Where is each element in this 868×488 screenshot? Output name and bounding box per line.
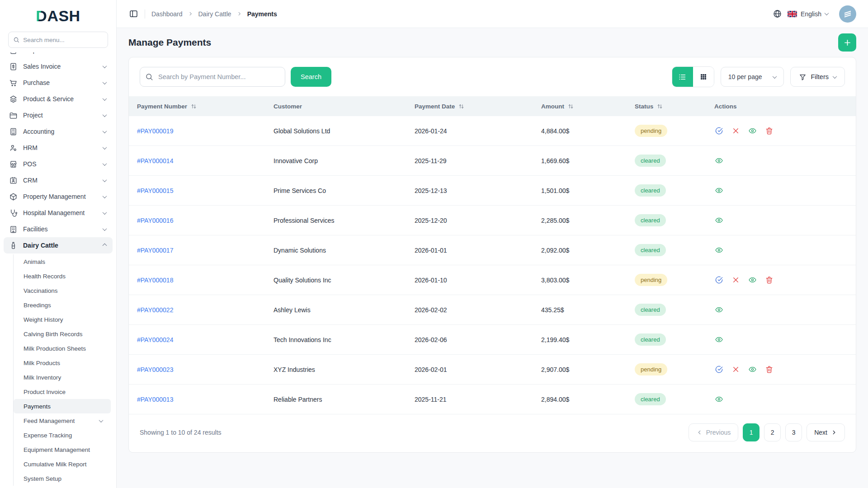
sidebar-item-dairy-cattle[interactable]: Dairy Cattle xyxy=(4,237,113,253)
status-badge: pending xyxy=(635,363,667,375)
sort-icon[interactable] xyxy=(567,103,574,110)
page-button-2[interactable]: 2 xyxy=(764,423,781,441)
row-actions xyxy=(714,116,856,145)
sidebar-item-sales-invoice[interactable]: Sales Invoice xyxy=(4,58,113,75)
payment-number-link[interactable]: #PAY000018 xyxy=(137,277,173,284)
per-page-select[interactable]: 10 per page xyxy=(721,67,784,87)
sidebar-search-input[interactable] xyxy=(23,37,103,43)
delete-button[interactable] xyxy=(764,127,774,136)
sidebar-item-facilities[interactable]: Facilities xyxy=(4,221,113,237)
circle-check-icon xyxy=(715,276,723,284)
payment-number-link[interactable]: #PAY000014 xyxy=(137,157,173,164)
sidebar-subitem-label: Health Records xyxy=(24,273,66,280)
sidebar-toggle-icon[interactable] xyxy=(128,9,138,19)
grid-view-button[interactable] xyxy=(693,67,714,87)
add-payment-button[interactable] xyxy=(838,33,856,52)
list-icon xyxy=(678,73,687,81)
view-button[interactable] xyxy=(714,395,723,404)
language-label: English xyxy=(801,10,821,18)
view-button[interactable] xyxy=(714,335,723,344)
sidebar-item-hospital-management[interactable]: Hospital Management xyxy=(4,205,113,221)
sidebar-item-proposal[interactable]: Proposal xyxy=(4,52,113,58)
sidebar-subitem-milk-production-sheets[interactable]: Milk Production Sheets xyxy=(14,341,111,356)
approve-button[interactable] xyxy=(714,365,723,374)
view-button[interactable] xyxy=(714,156,723,165)
sidebar-item-label: Purchase xyxy=(23,79,50,86)
view-button[interactable] xyxy=(714,246,723,255)
view-button[interactable] xyxy=(714,216,723,225)
view-button[interactable] xyxy=(748,276,757,285)
sidebar-subitem-vaccinations[interactable]: Vaccinations xyxy=(14,283,111,298)
page-button-3[interactable]: 3 xyxy=(785,423,802,441)
sidebar-subitem-breedings[interactable]: Breedings xyxy=(14,298,111,312)
payment-number-link[interactable]: #PAY000024 xyxy=(137,336,173,343)
sidebar-subitem-feed-management[interactable]: Feed Management xyxy=(14,413,111,428)
payment-number-link[interactable]: #PAY000013 xyxy=(137,396,173,403)
sidebar-subitem-payments[interactable]: Payments xyxy=(14,399,111,413)
sidebar-subitem-animals[interactable]: Animals xyxy=(14,254,111,269)
view-button[interactable] xyxy=(748,127,757,136)
avatar[interactable] xyxy=(839,5,856,23)
sidebar: DASH ProposalSales InvoicePurchaseProduc… xyxy=(0,0,117,488)
sort-icon[interactable] xyxy=(458,103,465,110)
sidebar-subitem-product-invoice[interactable]: Product Invoice xyxy=(14,385,111,399)
delete-button[interactable] xyxy=(764,276,774,285)
sidebar-subitem-weight-history[interactable]: Weight History xyxy=(14,312,111,327)
sidebar-item-property-management[interactable]: Property Management xyxy=(4,188,113,205)
view-button[interactable] xyxy=(714,305,723,314)
sidebar-subitem-expense-tracking[interactable]: Expense Tracking xyxy=(14,428,111,442)
table-row: #PAY000022Ashley Lewis2026-02-02435.25$c… xyxy=(129,295,856,325)
payment-number-link[interactable]: #PAY000017 xyxy=(137,247,173,254)
topbar-right: English xyxy=(772,5,856,23)
previous-page-button[interactable]: Previous xyxy=(689,423,738,441)
list-view-button[interactable] xyxy=(672,67,693,87)
column-header-amount[interactable]: Amount xyxy=(541,96,635,116)
sidebar-item-product-service[interactable]: Product & Service xyxy=(4,91,113,107)
layers-icon xyxy=(9,95,18,103)
reject-button[interactable] xyxy=(731,276,740,285)
payment-number-link[interactable]: #PAY000023 xyxy=(137,366,173,373)
sidebar-item-hrm[interactable]: HRM xyxy=(4,140,113,156)
reject-button[interactable] xyxy=(731,365,740,374)
payment-number-link[interactable]: #PAY000019 xyxy=(137,127,173,135)
delete-button[interactable] xyxy=(764,365,774,374)
breadcrumb-dashboard[interactable]: Dashboard xyxy=(151,10,183,18)
view-button[interactable] xyxy=(714,186,723,195)
reject-button[interactable] xyxy=(731,127,740,136)
sidebar-subitem-health-records[interactable]: Health Records xyxy=(14,269,111,283)
breadcrumb-dairy-cattle[interactable]: Dairy Cattle xyxy=(198,10,231,18)
globe-icon[interactable] xyxy=(772,9,782,19)
sidebar-item-pos[interactable]: POS xyxy=(4,156,113,172)
payment-number-link[interactable]: #PAY000016 xyxy=(137,217,173,224)
sidebar-subitem-equipment-management[interactable]: Equipment Management xyxy=(14,442,111,457)
eye-icon xyxy=(748,127,757,135)
sidebar-subitem-milk-inventory[interactable]: Milk Inventory xyxy=(14,370,111,385)
payment-search-input[interactable] xyxy=(140,67,285,87)
sidebar-subitem-label: Milk Inventory xyxy=(24,374,61,381)
next-page-button[interactable]: Next xyxy=(807,423,845,441)
sidebar-item-purchase[interactable]: Purchase xyxy=(4,75,113,91)
approve-button[interactable] xyxy=(714,127,723,136)
sidebar-item-accounting[interactable]: Accounting xyxy=(4,123,113,140)
column-header-payment-date[interactable]: Payment Date xyxy=(415,96,541,116)
search-button[interactable]: Search xyxy=(291,67,331,87)
sidebar-subitem-cumulative-milk-report[interactable]: Cumulative Milk Report xyxy=(14,457,111,471)
payment-number-link[interactable]: #PAY000015 xyxy=(137,187,173,194)
view-button[interactable] xyxy=(748,365,757,374)
sidebar-item-project[interactable]: Project xyxy=(4,107,113,123)
id-card-icon xyxy=(9,176,18,185)
circle-check-icon xyxy=(715,365,723,374)
approve-button[interactable] xyxy=(714,276,723,285)
language-selector[interactable]: English xyxy=(788,10,830,18)
payment-number-link[interactable]: #PAY000022 xyxy=(137,306,173,314)
sort-icon[interactable] xyxy=(190,103,197,110)
column-header-payment-number[interactable]: Payment Number xyxy=(129,96,274,116)
sidebar-item-crm[interactable]: CRM xyxy=(4,172,113,188)
page-button-1[interactable]: 1 xyxy=(743,423,760,441)
filters-button[interactable]: Filters xyxy=(790,67,845,87)
sort-icon[interactable] xyxy=(656,103,663,110)
sidebar-subitem-system-setup[interactable]: System Setup xyxy=(14,471,111,486)
sidebar-subitem-milk-products[interactable]: Milk Products xyxy=(14,356,111,370)
sidebar-subitem-calving-birth-records[interactable]: Calving Birth Records xyxy=(14,327,111,341)
column-header-status[interactable]: Status xyxy=(635,96,714,116)
